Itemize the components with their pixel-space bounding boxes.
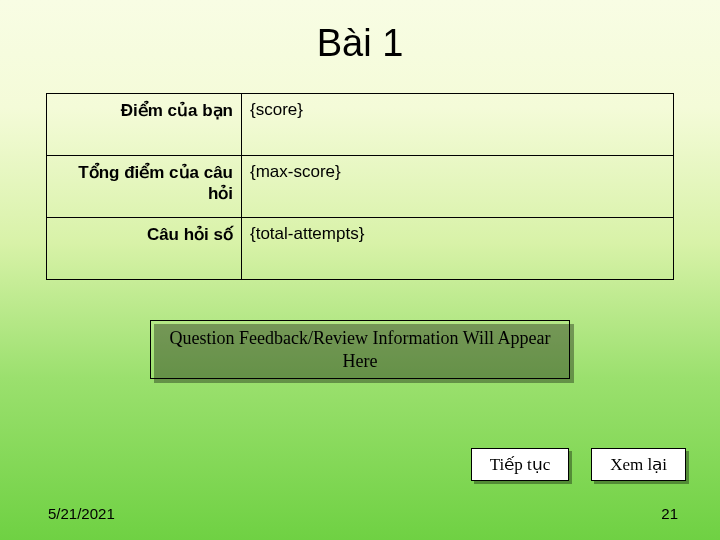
row-value-maxscore: {max-score} xyxy=(242,156,674,218)
feedback-box: Question Feedback/Review Information Wil… xyxy=(150,320,570,379)
feedback-text: Question Feedback/Review Information Wil… xyxy=(150,320,570,379)
table-row: Điểm của bạn {score} xyxy=(47,94,674,156)
continue-button-label: Tiếp tục xyxy=(471,448,570,481)
table-row: Câu hỏi số {total-attempts} xyxy=(47,218,674,280)
row-label-attempts: Câu hỏi số xyxy=(47,218,242,280)
footer-page: 21 xyxy=(661,505,678,522)
review-button[interactable]: Xem lại xyxy=(591,448,686,481)
table-row: Tổng điểm của câu hỏi {max-score} xyxy=(47,156,674,218)
button-bar: Tiếp tục Xem lại xyxy=(471,448,686,481)
row-label-maxscore: Tổng điểm của câu hỏi xyxy=(47,156,242,218)
row-label-score: Điểm của bạn xyxy=(47,94,242,156)
score-table: Điểm của bạn {score} Tổng điểm của câu h… xyxy=(46,93,674,280)
row-value-attempts: {total-attempts} xyxy=(242,218,674,280)
review-button-label: Xem lại xyxy=(591,448,686,481)
row-value-score: {score} xyxy=(242,94,674,156)
footer-date: 5/21/2021 xyxy=(48,505,115,522)
continue-button[interactable]: Tiếp tục xyxy=(471,448,570,481)
page-title: Bài 1 xyxy=(0,0,720,65)
